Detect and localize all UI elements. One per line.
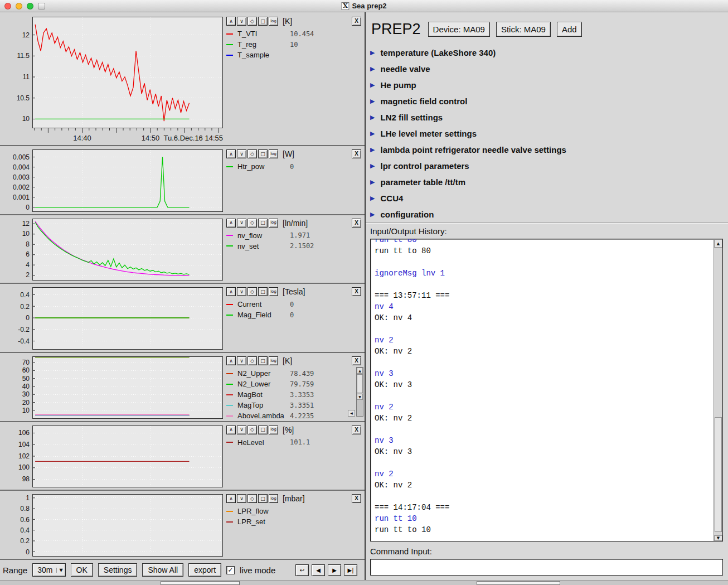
scroll-down-arrow[interactable]: ▼ xyxy=(357,394,363,400)
expand-arrow-icon[interactable]: ▶ xyxy=(370,130,375,137)
legend-log-button[interactable]: log xyxy=(269,17,278,26)
legend-scroll-down-button[interactable]: ∨ xyxy=(237,149,246,158)
legend-series[interactable]: LPR_set xyxy=(226,516,363,527)
legend-scroll-up-button[interactable]: ∧ xyxy=(226,287,236,296)
legend-series[interactable]: Mag_Field 0 xyxy=(226,310,363,320)
expand-arrow-icon[interactable]: ▶ xyxy=(370,81,375,89)
settings-button[interactable]: Settings xyxy=(98,563,138,577)
add-button[interactable]: Add xyxy=(557,22,582,37)
legend-log-button[interactable]: log xyxy=(269,287,278,296)
tree-item[interactable]: ▶ lambda point refrigerator needle valve… xyxy=(370,142,728,158)
io-history-box[interactable]: run tt 80run tt to 80ignoreMsg lnv 1=== … xyxy=(370,239,723,542)
legend-log-button[interactable]: log xyxy=(269,494,278,503)
legend-series[interactable]: AboveLambda 4.2235 xyxy=(226,410,363,421)
go-to-end-button[interactable]: ▶| xyxy=(344,564,357,576)
legend-log-button[interactable]: log xyxy=(269,426,278,434)
legend-series[interactable]: LPR_flow xyxy=(226,506,363,516)
legend-scroll-up-button[interactable]: ∧ xyxy=(226,356,236,365)
stick-button[interactable]: Stick: MA09 xyxy=(496,22,551,37)
command-input[interactable] xyxy=(370,559,723,576)
legend-close-button[interactable]: X xyxy=(352,149,361,158)
legend-scroll-up-button[interactable]: ∧ xyxy=(226,426,236,434)
legend-log-button[interactable]: log xyxy=(269,149,278,158)
legend-scroll-up-button[interactable]: ∧ xyxy=(226,219,236,228)
legend-series[interactable]: T_VTI 10.454 xyxy=(226,28,363,39)
show-all-button[interactable]: Show All xyxy=(142,563,183,577)
legend-zoom-button[interactable]: □ xyxy=(258,356,268,365)
legend-close-button[interactable]: X xyxy=(352,426,361,434)
legend-series[interactable]: MagTop 3.3351 xyxy=(226,400,363,410)
minimize-window-button[interactable] xyxy=(16,3,22,9)
legend-close-button[interactable]: X xyxy=(352,17,361,26)
io-scrollbar[interactable]: ▲ ▼ xyxy=(714,239,722,541)
legend-zoom-button[interactable]: □ xyxy=(258,287,268,296)
pan-left-button[interactable]: ◀ xyxy=(312,564,325,576)
legend-autoscale-button[interactable]: ◇ xyxy=(247,149,257,158)
tree-item[interactable]: ▶ LHe level meter settings xyxy=(370,125,728,142)
plot-area[interactable] xyxy=(32,219,223,281)
legend-scroll-up-button[interactable]: ∧ xyxy=(226,17,236,26)
legend-autoscale-button[interactable]: ◇ xyxy=(247,426,257,434)
legend-zoom-button[interactable]: □ xyxy=(258,426,268,434)
legend-scroll-down-button[interactable]: ∨ xyxy=(237,17,246,26)
legend-zoom-button[interactable]: □ xyxy=(258,149,268,158)
close-window-button[interactable] xyxy=(4,3,11,9)
titlebar[interactable]: X Sea prep2 xyxy=(0,0,728,12)
tree-item[interactable]: ▶ magnetic field control xyxy=(370,93,728,109)
live-mode-checkbox[interactable]: ✓ xyxy=(226,566,235,574)
legend-series[interactable]: N2_Lower 79.759 xyxy=(226,379,363,389)
legend-zoom-button[interactable]: □ xyxy=(258,494,268,503)
legend-log-button[interactable]: log xyxy=(269,356,278,365)
range-dropdown[interactable]: 30m ▼ xyxy=(32,563,65,577)
expand-arrow-icon[interactable]: ▶ xyxy=(370,162,375,170)
legend-scroll-up-button[interactable]: ∧ xyxy=(226,494,236,503)
plot-area[interactable] xyxy=(32,426,223,488)
legend-close-button[interactable]: X xyxy=(352,494,361,503)
legend-scroll-down-button[interactable]: ∨ xyxy=(237,426,246,434)
pan-right-button[interactable]: ▶ xyxy=(328,564,341,576)
legend-series[interactable]: Current 0 xyxy=(226,299,363,310)
plot-area[interactable] xyxy=(32,149,223,212)
legend-scroll-down-button[interactable]: ∨ xyxy=(237,219,246,228)
io-history-text[interactable]: run tt 80run tt to 80ignoreMsg lnv 1=== … xyxy=(371,239,714,541)
scrollbar-thumb[interactable] xyxy=(357,374,363,393)
tree-item[interactable]: ▶ configuration xyxy=(370,206,728,223)
legend-series[interactable]: nv_set 2.1502 xyxy=(226,241,363,252)
legend-scroll-down-button[interactable]: ∨ xyxy=(237,356,246,365)
history-back-button[interactable]: ↩ xyxy=(295,564,309,576)
tree-item[interactable]: ▶ lpr control parameters xyxy=(370,158,728,174)
legend-autoscale-button[interactable]: ◇ xyxy=(247,356,257,365)
legend-scroll-up-button[interactable]: ∧ xyxy=(226,149,236,158)
expand-arrow-icon[interactable]: ▶ xyxy=(370,195,375,202)
legend-series[interactable]: MagBot 3.3353 xyxy=(226,389,363,400)
tree-item[interactable]: ▶ temperature (LakeShore 340) xyxy=(370,45,728,61)
scrollbar-thumb[interactable] xyxy=(715,417,722,532)
tree-item[interactable]: ▶ parameter table /tt/tm xyxy=(370,174,728,190)
zoom-window-button[interactable] xyxy=(27,3,33,9)
legend-close-button[interactable]: X xyxy=(352,356,361,365)
export-button[interactable]: export xyxy=(188,563,221,577)
tree-item[interactable]: ▶ He pump xyxy=(370,77,728,93)
scroll-up-arrow[interactable]: ▲ xyxy=(357,368,363,374)
legend-series[interactable]: nv_flow 1.971 xyxy=(226,230,363,241)
tree-item[interactable]: ▶ CCU4 xyxy=(370,190,728,206)
legend-series[interactable]: N2_Upper 78.439 xyxy=(226,368,363,379)
expand-arrow-icon[interactable]: ▶ xyxy=(370,98,375,105)
scroll-left-arrow[interactable]: ◀ xyxy=(348,410,355,417)
expand-arrow-icon[interactable]: ▶ xyxy=(370,114,375,121)
plot-area[interactable] xyxy=(32,356,223,419)
legend-autoscale-button[interactable]: ◇ xyxy=(247,494,257,503)
legend-zoom-button[interactable]: □ xyxy=(258,219,268,228)
legend-series[interactable]: T_reg 10 xyxy=(226,39,363,50)
legend-series[interactable]: HeLevel 101.1 xyxy=(226,437,363,448)
legend-scrollbar[interactable]: ▲ ▼ xyxy=(356,367,363,417)
legend-series[interactable]: T_sample xyxy=(226,50,363,60)
expand-arrow-icon[interactable]: ▶ xyxy=(370,211,375,218)
legend-scroll-down-button[interactable]: ∨ xyxy=(237,494,246,503)
legend-close-button[interactable]: X xyxy=(352,219,361,228)
scroll-down-arrow[interactable]: ▼ xyxy=(714,535,722,541)
legend-autoscale-button[interactable]: ◇ xyxy=(247,287,257,296)
plot-area[interactable] xyxy=(32,287,223,350)
plot-area[interactable] xyxy=(32,17,223,128)
expand-arrow-icon[interactable]: ▶ xyxy=(370,49,375,56)
